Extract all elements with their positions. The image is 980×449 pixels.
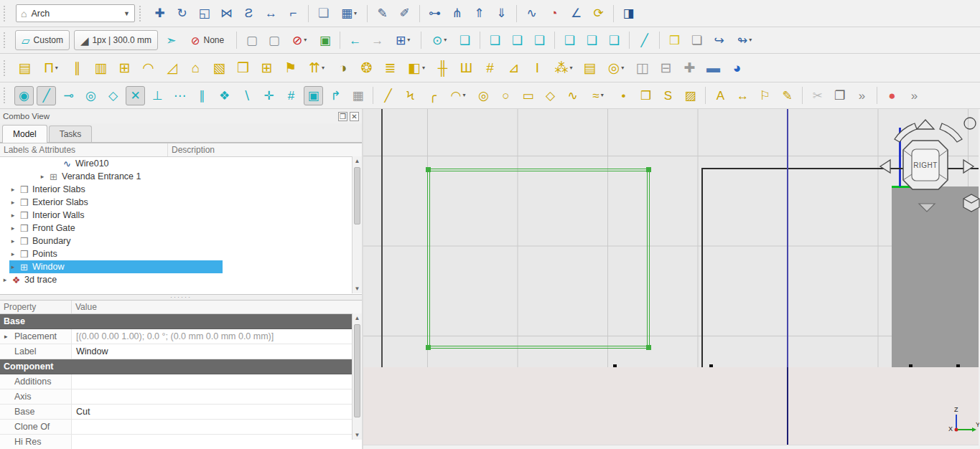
measure-tool[interactable]: ╱: [635, 31, 654, 50]
view-isometric-button[interactable]: ❑: [455, 31, 475, 50]
snap-extension-toggle[interactable]: ⋯: [170, 86, 190, 105]
point-marker[interactable]: [909, 364, 913, 367]
select-visible-tool[interactable]: ▣: [315, 31, 335, 50]
macro-record-button[interactable]: ●: [882, 86, 902, 105]
tab-tasks[interactable]: Tasks: [49, 126, 93, 142]
view-right-button[interactable]: ❑: [530, 31, 549, 50]
view-front-button[interactable]: ❑: [485, 31, 505, 50]
cut-plane-tool[interactable]: ◫: [632, 57, 653, 78]
tree-scrollbar[interactable]: ▲ ▼: [352, 156, 362, 293]
add-construction-tool[interactable]: ◨: [619, 4, 638, 23]
building-part-tool[interactable]: ◠: [138, 57, 159, 78]
cut-line-tool[interactable]: ⊟: [655, 57, 676, 78]
snap-perpendicular-toggle[interactable]: ⊥: [148, 86, 167, 105]
black-outline-vertical[interactable]: [701, 168, 703, 367]
shape-2d-view-tool[interactable]: ◔: [544, 4, 564, 23]
curtain-wall-tool[interactable]: ▥: [90, 57, 111, 78]
stretch-tool[interactable]: ↔: [261, 4, 281, 23]
point-marker[interactable]: [956, 364, 960, 367]
navigation-cluster[interactable]: RIGHT: [874, 112, 980, 219]
scroll-up-icon[interactable]: ▲: [353, 156, 362, 166]
tree-item-3d-trace[interactable]: ▸❖3d trace: [0, 273, 362, 286]
roof-tool[interactable]: ◿: [162, 57, 182, 78]
view-top-button[interactable]: ❑: [508, 31, 527, 50]
viewport-ground-area[interactable]: [363, 367, 979, 445]
annotation-styles-tool[interactable]: ✎: [778, 86, 797, 105]
profile-tool[interactable]: ⇈▾: [304, 57, 330, 78]
orthoview-tool[interactable]: ⟳: [589, 4, 608, 23]
navcube-right-face[interactable]: RIGHT: [903, 141, 948, 189]
bspline-tool[interactable]: ∿: [563, 86, 582, 105]
property-column-name[interactable]: Property: [0, 301, 72, 313]
expander-icon[interactable]: ▸: [8, 212, 18, 219]
project-tool[interactable]: ▧: [209, 57, 230, 78]
sketch-attach-tool[interactable]: ✐: [395, 4, 414, 23]
nav-back-button[interactable]: ←: [345, 31, 365, 50]
toggle-grid-button[interactable]: ▦: [348, 86, 368, 105]
group-button[interactable]: ❏: [687, 31, 706, 50]
property-scrollbar[interactable]: ▲ ▼: [352, 313, 362, 440]
vertex-handle[interactable]: [426, 167, 431, 172]
circle-tool[interactable]: ◎: [474, 86, 493, 105]
snap-angle-toggle[interactable]: ◇: [103, 86, 123, 105]
nav-up-arrow[interactable]: [917, 120, 934, 129]
dimension-tool[interactable]: ↔: [733, 86, 752, 105]
join-tool[interactable]: ⊶: [425, 4, 444, 23]
vertex-handle[interactable]: [646, 167, 651, 172]
snap-off-tool[interactable]: ⊘▾: [286, 31, 312, 50]
vertex-handle[interactable]: [426, 345, 431, 350]
array-tool[interactable]: ▦▾: [336, 4, 362, 23]
property-row-placement[interactable]: ▸Placement[(0.00 0.00 1.00); 0.0 °; (0.0…: [0, 329, 362, 344]
toolbar-grip[interactable]: [4, 60, 9, 76]
fit-all-button[interactable]: ⊞▾: [390, 31, 416, 50]
split-tool[interactable]: ⋔: [447, 4, 467, 23]
building-tool[interactable]: ⌂: [185, 57, 206, 78]
toolbar-overflow-button-2[interactable]: »: [905, 86, 924, 105]
box-selection-tool[interactable]: ▢: [264, 31, 284, 50]
scroll-down-icon[interactable]: ▼: [353, 284, 362, 293]
property-group-base[interactable]: Base: [0, 314, 362, 329]
view-rear-button[interactable]: ❑: [560, 31, 579, 50]
toolbar-grip[interactable]: [139, 6, 145, 22]
vertex-handle[interactable]: [646, 345, 651, 350]
scrollbar-thumb[interactable]: [354, 167, 360, 225]
snap-special-toggle[interactable]: ❖: [215, 86, 234, 105]
view-left-button[interactable]: ❑: [605, 31, 624, 50]
section-plane-tool[interactable]: ◑: [332, 57, 353, 78]
text-tool[interactable]: A: [711, 86, 730, 105]
hatch-tool[interactable]: ▨: [681, 86, 700, 105]
facebinder-tool[interactable]: ❒: [636, 86, 655, 105]
point-marker[interactable]: [613, 364, 617, 367]
copy-button[interactable]: ❐: [830, 86, 849, 105]
toolbar-grip[interactable]: [4, 88, 9, 103]
view-bottom-button[interactable]: ❑: [582, 31, 602, 50]
snap-midpoint-toggle[interactable]: ⊸: [59, 86, 78, 105]
snap-parallel-toggle[interactable]: ∥: [192, 86, 212, 105]
rotate-tool[interactable]: ↻: [172, 4, 192, 23]
frame-tool[interactable]: ╫: [432, 57, 453, 78]
window-tool[interactable]: ⊞: [256, 57, 277, 78]
property-row-base[interactable]: BaseCut: [0, 405, 362, 420]
site-tool[interactable]: ❂: [356, 57, 377, 78]
tree-item-exterior-slabs[interactable]: ▸❒Exterior Slabs: [0, 196, 362, 209]
property-value[interactable]: [72, 374, 362, 389]
nav-forward-button[interactable]: →: [368, 31, 387, 50]
expander-icon[interactable]: ▸: [0, 276, 10, 283]
property-group-component[interactable]: Component: [0, 359, 362, 374]
clone-tool[interactable]: ❏: [314, 4, 333, 23]
property-row-label[interactable]: LabelWindow: [0, 344, 362, 359]
property-row-clone-of[interactable]: Clone Of: [0, 420, 362, 435]
polygon-tool[interactable]: ◇: [541, 86, 560, 105]
snap-intersection-toggle[interactable]: ✕: [126, 86, 145, 105]
panel-splitter[interactable]: ······: [0, 295, 362, 300]
property-value[interactable]: Cut: [72, 405, 362, 419]
snap-center-toggle[interactable]: ◎: [81, 86, 101, 105]
dark-vertical-edge[interactable]: [381, 109, 383, 367]
expander-icon[interactable]: ▸: [4, 333, 8, 340]
tree-item-veranda-entrance-1[interactable]: ▸⊞Veranda Entrance 1: [0, 170, 362, 183]
expander-icon[interactable]: ▸: [8, 263, 18, 270]
rebar-tool[interactable]: ∥: [67, 57, 88, 78]
bezier-tool[interactable]: ≈▾: [585, 86, 611, 105]
snap-near-toggle[interactable]: ∖: [237, 86, 256, 105]
property-row-axis[interactable]: Axis: [0, 389, 362, 405]
